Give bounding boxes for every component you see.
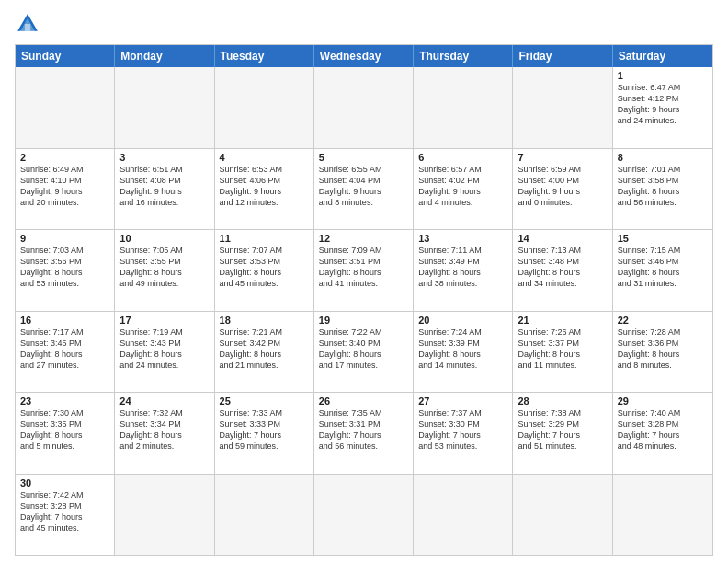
calendar-cell (115, 475, 214, 556)
day-info: Sunrise: 7:32 AM Sunset: 3:34 PM Dayligh… (119, 408, 209, 453)
calendar-week-1: 1Sunrise: 6:47 AM Sunset: 4:12 PM Daylig… (16, 67, 712, 148)
day-info: Sunrise: 6:53 AM Sunset: 4:06 PM Dayligh… (220, 164, 309, 209)
day-number: 15 (618, 233, 708, 244)
calendar-cell: 12Sunrise: 7:09 AM Sunset: 3:51 PM Dayli… (314, 230, 414, 311)
calendar-header: SundayMondayTuesdayWednesdayThursdayFrid… (16, 45, 712, 67)
calendar-cell: 27Sunrise: 7:37 AM Sunset: 3:30 PM Dayli… (414, 393, 513, 474)
calendar-cell (513, 475, 612, 556)
calendar-cell: 8Sunrise: 7:01 AM Sunset: 3:58 PM Daylig… (613, 149, 712, 230)
day-info: Sunrise: 6:49 AM Sunset: 4:10 PM Dayligh… (20, 164, 109, 209)
logo (15, 11, 44, 37)
day-number: 6 (418, 152, 507, 163)
day-number: 30 (20, 477, 109, 488)
calendar-cell: 18Sunrise: 7:21 AM Sunset: 3:42 PM Dayli… (215, 312, 314, 393)
calendar-cell: 24Sunrise: 7:32 AM Sunset: 3:34 PM Dayli… (115, 393, 214, 474)
calendar-cell: 14Sunrise: 7:13 AM Sunset: 3:48 PM Dayli… (513, 230, 612, 311)
day-number: 19 (319, 315, 408, 326)
calendar-cell (215, 475, 314, 556)
day-info: Sunrise: 7:11 AM Sunset: 3:49 PM Dayligh… (418, 245, 507, 290)
calendar-cell (314, 67, 414, 148)
day-info: Sunrise: 7:05 AM Sunset: 3:55 PM Dayligh… (119, 245, 209, 290)
day-number: 23 (20, 396, 109, 407)
calendar-cell: 2Sunrise: 6:49 AM Sunset: 4:10 PM Daylig… (16, 149, 115, 230)
day-info: Sunrise: 6:51 AM Sunset: 4:08 PM Dayligh… (119, 164, 209, 209)
day-number: 7 (518, 152, 607, 163)
day-info: Sunrise: 7:40 AM Sunset: 3:28 PM Dayligh… (618, 408, 708, 453)
calendar-cell: 26Sunrise: 7:35 AM Sunset: 3:31 PM Dayli… (314, 393, 414, 474)
day-number: 24 (119, 396, 209, 407)
day-info: Sunrise: 6:59 AM Sunset: 4:00 PM Dayligh… (518, 164, 607, 209)
day-number: 4 (220, 152, 309, 163)
calendar-cell: 23Sunrise: 7:30 AM Sunset: 3:35 PM Dayli… (16, 393, 115, 474)
day-number: 11 (220, 233, 309, 244)
day-number: 18 (220, 315, 309, 326)
calendar-cell: 11Sunrise: 7:07 AM Sunset: 3:53 PM Dayli… (215, 230, 314, 311)
calendar-cell (16, 67, 115, 148)
calendar-cell (215, 67, 314, 148)
calendar-cell: 29Sunrise: 7:40 AM Sunset: 3:28 PM Dayli… (613, 393, 712, 474)
day-info: Sunrise: 6:47 AM Sunset: 4:12 PM Dayligh… (618, 82, 708, 127)
calendar-cell: 1Sunrise: 6:47 AM Sunset: 4:12 PM Daylig… (613, 67, 712, 148)
day-number: 16 (20, 315, 109, 326)
day-info: Sunrise: 7:15 AM Sunset: 3:46 PM Dayligh… (618, 245, 708, 290)
calendar-cell: 4Sunrise: 6:53 AM Sunset: 4:06 PM Daylig… (215, 149, 314, 230)
day-info: Sunrise: 7:01 AM Sunset: 3:58 PM Dayligh… (618, 164, 708, 209)
page-header (15, 11, 713, 37)
calendar-cell: 21Sunrise: 7:26 AM Sunset: 3:37 PM Dayli… (513, 312, 612, 393)
day-number: 10 (119, 233, 209, 244)
calendar-cell (414, 67, 513, 148)
calendar-week-5: 23Sunrise: 7:30 AM Sunset: 3:35 PM Dayli… (16, 392, 712, 474)
calendar-cell: 10Sunrise: 7:05 AM Sunset: 3:55 PM Dayli… (115, 230, 214, 311)
calendar-cell: 7Sunrise: 6:59 AM Sunset: 4:00 PM Daylig… (513, 149, 612, 230)
day-number: 28 (518, 396, 607, 407)
calendar-cell (314, 475, 414, 556)
calendar-cell (513, 67, 612, 148)
calendar-cell: 17Sunrise: 7:19 AM Sunset: 3:43 PM Dayli… (115, 312, 214, 393)
calendar-cell: 19Sunrise: 7:22 AM Sunset: 3:40 PM Dayli… (314, 312, 414, 393)
day-number: 14 (518, 233, 607, 244)
day-info: Sunrise: 7:13 AM Sunset: 3:48 PM Dayligh… (518, 245, 607, 290)
calendar-grid: SundayMondayTuesdayWednesdayThursdayFrid… (15, 44, 713, 556)
day-info: Sunrise: 7:22 AM Sunset: 3:40 PM Dayligh… (319, 327, 408, 372)
calendar-cell: 30Sunrise: 7:42 AM Sunset: 3:28 PM Dayli… (16, 475, 115, 556)
calendar-cell: 13Sunrise: 7:11 AM Sunset: 3:49 PM Dayli… (414, 230, 513, 311)
day-info: Sunrise: 7:28 AM Sunset: 3:36 PM Dayligh… (618, 327, 708, 372)
day-number: 13 (418, 233, 507, 244)
header-day-monday: Monday (115, 45, 214, 67)
day-info: Sunrise: 7:24 AM Sunset: 3:39 PM Dayligh… (418, 327, 507, 372)
calendar-week-4: 16Sunrise: 7:17 AM Sunset: 3:45 PM Dayli… (16, 311, 712, 393)
day-info: Sunrise: 7:37 AM Sunset: 3:30 PM Dayligh… (418, 408, 507, 453)
calendar-cell (414, 475, 513, 556)
calendar-cell: 15Sunrise: 7:15 AM Sunset: 3:46 PM Dayli… (613, 230, 712, 311)
day-info: Sunrise: 7:33 AM Sunset: 3:33 PM Dayligh… (220, 408, 309, 453)
day-info: Sunrise: 7:42 AM Sunset: 3:28 PM Dayligh… (20, 489, 109, 534)
day-number: 27 (418, 396, 507, 407)
calendar-cell: 22Sunrise: 7:28 AM Sunset: 3:36 PM Dayli… (613, 312, 712, 393)
svg-rect-2 (25, 24, 30, 31)
day-info: Sunrise: 7:38 AM Sunset: 3:29 PM Dayligh… (518, 408, 607, 453)
day-info: Sunrise: 7:19 AM Sunset: 3:43 PM Dayligh… (119, 327, 209, 372)
day-number: 21 (518, 315, 607, 326)
header-day-friday: Friday (513, 45, 612, 67)
calendar-cell: 20Sunrise: 7:24 AM Sunset: 3:39 PM Dayli… (414, 312, 513, 393)
day-number: 25 (220, 396, 309, 407)
day-number: 5 (319, 152, 408, 163)
day-number: 26 (319, 396, 408, 407)
calendar-cell: 28Sunrise: 7:38 AM Sunset: 3:29 PM Dayli… (513, 393, 612, 474)
calendar-page: SundayMondayTuesdayWednesdayThursdayFrid… (0, 0, 728, 563)
calendar-cell: 3Sunrise: 6:51 AM Sunset: 4:08 PM Daylig… (115, 149, 214, 230)
logo-icon (15, 11, 40, 37)
calendar-cell (613, 475, 712, 556)
day-info: Sunrise: 7:30 AM Sunset: 3:35 PM Dayligh… (20, 408, 109, 453)
calendar-cell (115, 67, 214, 148)
calendar-week-3: 9Sunrise: 7:03 AM Sunset: 3:56 PM Daylig… (16, 229, 712, 311)
day-number: 8 (618, 152, 708, 163)
calendar-body: 1Sunrise: 6:47 AM Sunset: 4:12 PM Daylig… (16, 67, 712, 555)
calendar-week-6: 30Sunrise: 7:42 AM Sunset: 3:28 PM Dayli… (16, 474, 712, 556)
calendar-week-2: 2Sunrise: 6:49 AM Sunset: 4:10 PM Daylig… (16, 148, 712, 230)
day-info: Sunrise: 7:35 AM Sunset: 3:31 PM Dayligh… (319, 408, 408, 453)
calendar-cell: 25Sunrise: 7:33 AM Sunset: 3:33 PM Dayli… (215, 393, 314, 474)
calendar-cell: 5Sunrise: 6:55 AM Sunset: 4:04 PM Daylig… (314, 149, 414, 230)
header-day-wednesday: Wednesday (314, 45, 414, 67)
header-day-saturday: Saturday (613, 45, 712, 67)
